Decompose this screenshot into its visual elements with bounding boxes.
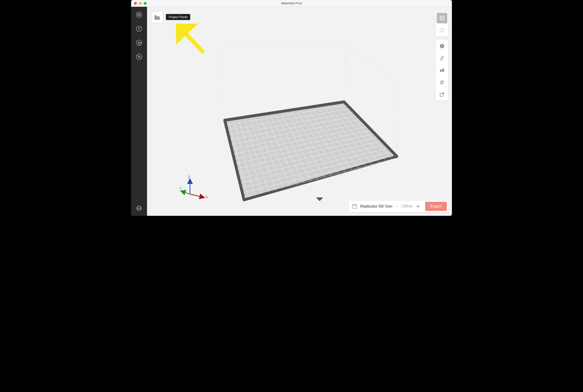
svg-rect-73 (354, 204, 356, 206)
sphere-icon (439, 15, 445, 21)
status-separator: • (395, 204, 398, 208)
svg-rect-69 (442, 68, 444, 72)
info-icon (439, 43, 445, 49)
info-button[interactable] (437, 41, 447, 52)
svg-point-4 (140, 44, 140, 44)
svg-rect-71 (442, 92, 444, 94)
store-icon[interactable] (136, 39, 143, 46)
viewport[interactable]: Project Panel (147, 7, 452, 216)
svg-rect-72 (352, 204, 357, 208)
view-3d-button[interactable] (437, 13, 447, 24)
gear-icon (439, 55, 445, 61)
thingiverse-icon[interactable] (136, 25, 143, 32)
export-button[interactable]: Export (425, 202, 447, 211)
printer-name[interactable]: Replicator 5th Gen (360, 204, 392, 208)
tools-icon[interactable] (136, 53, 143, 60)
rotate-sync-icon (439, 80, 445, 85)
project-panel-tooltip: Project Panel (166, 14, 190, 20)
printer-icon (352, 204, 357, 209)
right-toolbar (436, 12, 448, 101)
app-window: MakerBot Print (131, 0, 452, 216)
app-body: Project Panel (131, 7, 452, 216)
titlebar: MakerBot Print (131, 0, 452, 7)
slice-preview-icon (439, 27, 445, 33)
account-icon[interactable] (136, 205, 143, 212)
printer-expand-button[interactable] (416, 204, 421, 209)
svg-rect-68 (440, 70, 442, 72)
svg-marker-15 (225, 102, 397, 200)
svg-rect-55 (154, 15, 156, 16)
window-title: MakerBot Print (131, 2, 452, 5)
svg-point-67 (442, 45, 442, 46)
project-panel-button[interactable] (151, 12, 163, 23)
scale-icon (439, 92, 445, 97)
view-slice-button[interactable] (437, 25, 447, 36)
svg-marker-54 (316, 198, 323, 201)
svg-point-9 (138, 207, 140, 208)
orient-button[interactable] (437, 77, 447, 88)
arrange-button[interactable] (437, 65, 447, 76)
svg-point-3 (138, 44, 139, 44)
svg-point-63 (440, 28, 444, 32)
svg-line-14 (397, 82, 399, 156)
print-settings-button[interactable] (437, 53, 447, 64)
scale-button[interactable] (437, 89, 447, 100)
makerbot-logo-icon[interactable] (136, 11, 143, 18)
svg-line-13 (344, 44, 345, 102)
view-mode-group (436, 12, 448, 37)
svg-point-62 (440, 17, 444, 19)
svg-line-12 (220, 47, 225, 120)
svg-line-10 (220, 44, 345, 47)
chevron-up-icon (416, 204, 420, 208)
svg-rect-66 (442, 46, 442, 47)
svg-point-2 (136, 40, 142, 46)
arrange-icon (439, 67, 445, 73)
build-volume-scene (147, 7, 452, 216)
left-sidebar (131, 7, 147, 216)
folder-icon (154, 15, 160, 20)
model-tools-group (436, 40, 448, 101)
svg-line-11 (345, 44, 399, 82)
printer-status: Offline (402, 204, 412, 208)
svg-point-0 (136, 12, 142, 18)
printer-status-bar: Replicator 5th Gen • Offline Export (348, 200, 448, 212)
